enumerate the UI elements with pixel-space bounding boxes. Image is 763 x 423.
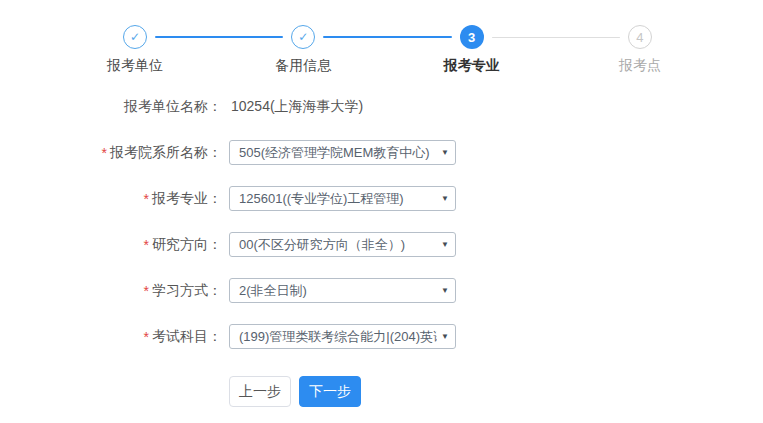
exam-subjects-label-text: 考试科目： — [152, 328, 222, 346]
step-label: 备用信息 — [275, 57, 331, 75]
step-application-major: 3 报考专业 — [428, 25, 516, 75]
exam-subjects-select-value: (199)管理类联考综合能力|(204)英语二 — [239, 328, 437, 346]
unit-name-row: 报考单位名称： 10254(上海海事大学) — [0, 94, 763, 119]
next-step-button[interactable]: 下一步 — [299, 376, 361, 407]
check-icon: ✓ — [123, 25, 147, 49]
required-asterisk: * — [102, 145, 107, 161]
study-mode-select-value: 2(非全日制) — [239, 282, 437, 300]
faculty-row: * 报考院系所名称： 505(经济管理学院MEM教育中心) ▼ — [0, 140, 763, 165]
dropdown-arrow-icon: ▼ — [441, 240, 449, 249]
check-icon: ✓ — [291, 25, 315, 49]
faculty-select-value: 505(经济管理学院MEM教育中心) — [239, 144, 437, 162]
major-label: * 报考专业： — [0, 190, 222, 208]
required-asterisk: * — [144, 283, 149, 299]
required-asterisk: * — [144, 329, 149, 345]
step-application-unit: ✓ 报考单位 — [91, 25, 179, 75]
study-mode-label-text: 学习方式： — [152, 282, 222, 300]
required-asterisk: * — [144, 237, 149, 253]
unit-name-label: 报考单位名称： — [0, 98, 222, 116]
research-direction-select[interactable]: 00(不区分研究方向（非全）) ▼ — [229, 232, 456, 257]
form-actions: 上一步 下一步 — [229, 376, 763, 407]
dropdown-arrow-icon: ▼ — [441, 148, 449, 157]
study-mode-select[interactable]: 2(非全日制) ▼ — [229, 278, 456, 303]
step-exam-site: 4 报考点 — [596, 25, 684, 75]
step-number: 3 — [460, 25, 484, 49]
major-row: * 报考专业： 125601((专业学位)工程管理) ▼ — [0, 186, 763, 211]
faculty-label-text: 报考院系所名称： — [110, 144, 222, 162]
previous-step-button[interactable]: 上一步 — [229, 376, 291, 407]
dropdown-arrow-icon: ▼ — [441, 332, 449, 341]
research-direction-row: * 研究方向： 00(不区分研究方向（非全）) ▼ — [0, 232, 763, 257]
unit-name-value: 10254(上海海事大学) — [231, 98, 363, 116]
step-label: 报考点 — [619, 57, 661, 75]
dropdown-arrow-icon: ▼ — [441, 286, 449, 295]
major-select[interactable]: 125601((专业学位)工程管理) ▼ — [229, 186, 456, 211]
exam-subjects-row: * 考试科目： (199)管理类联考综合能力|(204)英语二 ▼ — [0, 324, 763, 349]
study-mode-label: * 学习方式： — [0, 282, 222, 300]
dropdown-arrow-icon: ▼ — [441, 194, 449, 203]
required-asterisk: * — [144, 191, 149, 207]
exam-subjects-select[interactable]: (199)管理类联考综合能力|(204)英语二 ▼ — [229, 324, 456, 349]
faculty-select[interactable]: 505(经济管理学院MEM教育中心) ▼ — [229, 140, 456, 165]
major-select-value: 125601((专业学位)工程管理) — [239, 190, 437, 208]
faculty-label: * 报考院系所名称： — [0, 144, 222, 162]
research-direction-label: * 研究方向： — [0, 236, 222, 254]
wizard-stepper: ✓ 报考单位 ✓ 备用信息 3 报考专业 4 报考点 — [91, 25, 684, 75]
research-direction-select-value: 00(不区分研究方向（非全）) — [239, 236, 437, 254]
study-mode-row: * 学习方式： 2(非全日制) ▼ — [0, 278, 763, 303]
step-label: 报考单位 — [107, 57, 163, 75]
research-direction-label-text: 研究方向： — [152, 236, 222, 254]
application-major-form: 报考单位名称： 10254(上海海事大学) * 报考院系所名称： 505(经济管… — [0, 94, 763, 407]
step-backup-info: ✓ 备用信息 — [259, 25, 347, 75]
step-number: 4 — [628, 25, 652, 49]
exam-subjects-label: * 考试科目： — [0, 328, 222, 346]
major-label-text: 报考专业： — [152, 190, 222, 208]
step-label: 报考专业 — [444, 57, 500, 75]
